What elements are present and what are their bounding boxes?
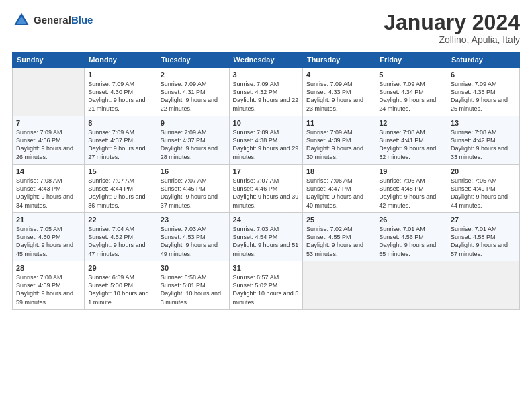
cell-info: Sunrise: 7:08 AM Sunset: 4:41 PM Dayligh…	[379, 128, 443, 161]
week-row-2: 7Sunrise: 7:09 AM Sunset: 4:36 PM Daylig…	[13, 116, 520, 165]
calendar-cell: 19Sunrise: 7:06 AM Sunset: 4:48 PM Dayli…	[375, 165, 447, 213]
calendar-cell: 18Sunrise: 7:06 AM Sunset: 4:47 PM Dayli…	[302, 165, 375, 213]
calendar-cell: 6Sunrise: 7:09 AM Sunset: 4:35 PM Daylig…	[447, 68, 519, 116]
cell-date: 23	[161, 216, 226, 224]
calendar-cell: 28Sunrise: 7:00 AM Sunset: 4:59 PM Dayli…	[13, 261, 85, 310]
calendar-cell	[13, 68, 85, 116]
header: General Blue January 2024 Zollino, Apuli…	[12, 11, 520, 45]
logo-blue: Blue	[71, 15, 93, 26]
title-block: January 2024 Zollino, Apulia, Italy	[384, 11, 520, 45]
cell-date: 6	[451, 71, 516, 79]
calendar-cell: 3Sunrise: 7:09 AM Sunset: 4:32 PM Daylig…	[229, 68, 302, 116]
cell-info: Sunrise: 7:09 AM Sunset: 4:38 PM Dayligh…	[233, 128, 299, 161]
calendar-cell: 13Sunrise: 7:08 AM Sunset: 4:42 PM Dayli…	[447, 116, 519, 165]
cell-info: Sunrise: 7:03 AM Sunset: 4:53 PM Dayligh…	[161, 225, 226, 258]
calendar-cell: 23Sunrise: 7:03 AM Sunset: 4:53 PM Dayli…	[157, 213, 229, 261]
logo-icon	[12, 11, 31, 30]
cell-info: Sunrise: 7:03 AM Sunset: 4:54 PM Dayligh…	[233, 225, 299, 258]
cell-date: 10	[233, 119, 299, 127]
calendar-cell: 15Sunrise: 7:07 AM Sunset: 4:44 PM Dayli…	[85, 165, 157, 213]
cell-info: Sunrise: 7:07 AM Sunset: 4:45 PM Dayligh…	[161, 177, 226, 210]
cell-date: 13	[451, 119, 516, 127]
cell-date: 26	[379, 216, 443, 224]
cell-info: Sunrise: 7:08 AM Sunset: 4:42 PM Dayligh…	[451, 128, 516, 161]
calendar-cell: 2Sunrise: 7:09 AM Sunset: 4:31 PM Daylig…	[157, 68, 229, 116]
cell-info: Sunrise: 7:06 AM Sunset: 4:47 PM Dayligh…	[306, 177, 371, 210]
cell-info: Sunrise: 7:09 AM Sunset: 4:39 PM Dayligh…	[306, 128, 371, 161]
cell-date: 2	[161, 71, 226, 79]
calendar-body: 1Sunrise: 7:09 AM Sunset: 4:30 PM Daylig…	[13, 68, 520, 310]
calendar-cell: 29Sunrise: 6:59 AM Sunset: 5:00 PM Dayli…	[85, 261, 157, 310]
cell-info: Sunrise: 7:09 AM Sunset: 4:31 PM Dayligh…	[161, 80, 226, 113]
header-day-tuesday: Tuesday	[157, 52, 229, 68]
cell-date: 9	[161, 119, 226, 127]
calendar-header: SundayMondayTuesdayWednesdayThursdayFrid…	[13, 52, 520, 68]
page: General Blue January 2024 Zollino, Apuli…	[0, 0, 532, 411]
header-day-friday: Friday	[375, 52, 447, 68]
calendar-cell: 24Sunrise: 7:03 AM Sunset: 4:54 PM Dayli…	[229, 213, 302, 261]
cell-info: Sunrise: 6:58 AM Sunset: 5:01 PM Dayligh…	[161, 273, 226, 306]
calendar-cell	[375, 261, 447, 310]
cell-info: Sunrise: 7:05 AM Sunset: 4:50 PM Dayligh…	[16, 225, 81, 258]
header-row: SundayMondayTuesdayWednesdayThursdayFrid…	[13, 52, 520, 68]
cell-info: Sunrise: 7:01 AM Sunset: 4:58 PM Dayligh…	[451, 225, 516, 258]
calendar-cell: 7Sunrise: 7:09 AM Sunset: 4:36 PM Daylig…	[13, 116, 85, 165]
calendar-cell: 25Sunrise: 7:02 AM Sunset: 4:55 PM Dayli…	[302, 213, 375, 261]
calendar-cell: 26Sunrise: 7:01 AM Sunset: 4:56 PM Dayli…	[375, 213, 447, 261]
header-day-sunday: Sunday	[13, 52, 85, 68]
cell-date: 16	[161, 167, 226, 175]
cell-info: Sunrise: 7:09 AM Sunset: 4:37 PM Dayligh…	[161, 128, 226, 161]
cell-info: Sunrise: 7:09 AM Sunset: 4:34 PM Dayligh…	[379, 80, 443, 113]
cell-date: 1	[88, 71, 153, 79]
cell-info: Sunrise: 7:09 AM Sunset: 4:30 PM Dayligh…	[88, 80, 153, 113]
cell-date: 3	[233, 71, 299, 79]
logo-general: General	[34, 15, 71, 26]
header-day-monday: Monday	[85, 52, 157, 68]
week-row-1: 1Sunrise: 7:09 AM Sunset: 4:30 PM Daylig…	[13, 68, 520, 116]
cell-date: 22	[88, 216, 153, 224]
cell-date: 12	[379, 119, 443, 127]
cell-info: Sunrise: 7:08 AM Sunset: 4:43 PM Dayligh…	[16, 177, 81, 210]
cell-info: Sunrise: 7:00 AM Sunset: 4:59 PM Dayligh…	[16, 273, 81, 306]
cell-info: Sunrise: 7:09 AM Sunset: 4:32 PM Dayligh…	[233, 80, 299, 113]
cell-date: 24	[233, 216, 299, 224]
cell-date: 4	[306, 71, 371, 79]
cell-date: 19	[379, 167, 443, 175]
logo: General Blue	[12, 11, 93, 30]
cell-date: 20	[451, 167, 516, 175]
cell-date: 31	[233, 264, 299, 272]
cell-date: 5	[379, 71, 443, 79]
calendar-cell: 1Sunrise: 7:09 AM Sunset: 4:30 PM Daylig…	[85, 68, 157, 116]
calendar-cell: 30Sunrise: 6:58 AM Sunset: 5:01 PM Dayli…	[157, 261, 229, 310]
calendar-cell: 16Sunrise: 7:07 AM Sunset: 4:45 PM Dayli…	[157, 165, 229, 213]
header-day-saturday: Saturday	[447, 52, 519, 68]
cell-info: Sunrise: 7:09 AM Sunset: 4:33 PM Dayligh…	[306, 80, 371, 113]
logo-text: General Blue	[34, 15, 93, 26]
calendar-cell: 8Sunrise: 7:09 AM Sunset: 4:37 PM Daylig…	[85, 116, 157, 165]
cell-date: 30	[161, 264, 226, 272]
header-day-thursday: Thursday	[302, 52, 375, 68]
calendar-table: SundayMondayTuesdayWednesdayThursdayFrid…	[12, 52, 520, 310]
cell-date: 29	[88, 264, 153, 272]
cell-date: 27	[451, 216, 516, 224]
cell-info: Sunrise: 7:09 AM Sunset: 4:36 PM Dayligh…	[16, 128, 81, 161]
calendar-cell: 14Sunrise: 7:08 AM Sunset: 4:43 PM Dayli…	[13, 165, 85, 213]
cell-date: 25	[306, 216, 371, 224]
calendar-cell: 5Sunrise: 7:09 AM Sunset: 4:34 PM Daylig…	[375, 68, 447, 116]
cell-date: 18	[306, 167, 371, 175]
header-day-wednesday: Wednesday	[229, 52, 302, 68]
calendar-cell	[302, 261, 375, 310]
calendar-cell: 12Sunrise: 7:08 AM Sunset: 4:41 PM Dayli…	[375, 116, 447, 165]
cell-info: Sunrise: 7:01 AM Sunset: 4:56 PM Dayligh…	[379, 225, 443, 258]
calendar-title: January 2024	[384, 11, 520, 34]
cell-info: Sunrise: 7:07 AM Sunset: 4:44 PM Dayligh…	[88, 177, 153, 210]
cell-date: 21	[16, 216, 81, 224]
calendar-cell: 21Sunrise: 7:05 AM Sunset: 4:50 PM Dayli…	[13, 213, 85, 261]
calendar-subtitle: Zollino, Apulia, Italy	[384, 34, 520, 45]
cell-info: Sunrise: 6:59 AM Sunset: 5:00 PM Dayligh…	[88, 273, 153, 306]
cell-info: Sunrise: 7:09 AM Sunset: 4:37 PM Dayligh…	[88, 128, 153, 161]
week-row-3: 14Sunrise: 7:08 AM Sunset: 4:43 PM Dayli…	[13, 165, 520, 213]
cell-date: 8	[88, 119, 153, 127]
cell-date: 15	[88, 167, 153, 175]
calendar-cell: 9Sunrise: 7:09 AM Sunset: 4:37 PM Daylig…	[157, 116, 229, 165]
